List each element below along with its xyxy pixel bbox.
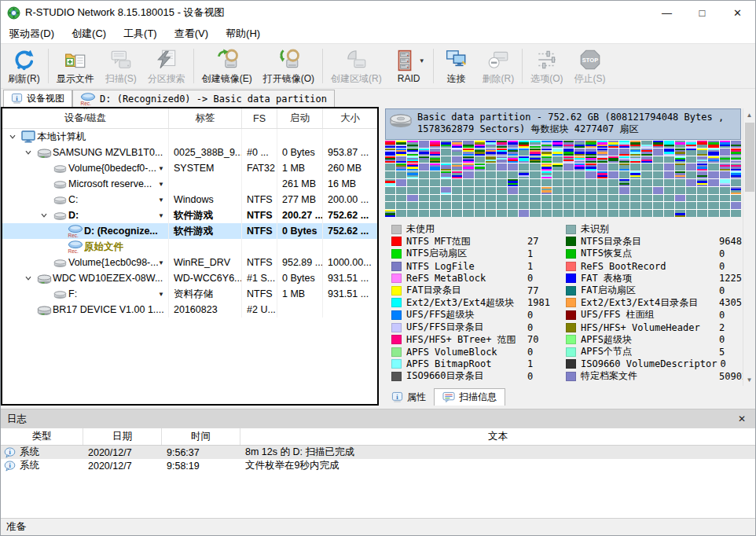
device-column-header-0[interactable]: ^设备/磁盘 [2, 108, 169, 128]
log-column-header-1[interactable]: 日期 [83, 428, 162, 445]
device-tree-row-9[interactable]: WDC WD10EZEX-08W...WD-WCC6Y6...#1 S...0 … [2, 270, 377, 286]
device-tree-row-10[interactable]: F:▼资料存储NTFS1 MB931.51 ... [2, 286, 377, 302]
blockmap-cell [574, 187, 585, 194]
blockmap-cell [597, 171, 607, 178]
tree-expander-icon[interactable] [21, 274, 35, 282]
log-column-header-0[interactable]: 类型 [1, 428, 83, 445]
blockmap-cell [597, 202, 607, 209]
device-size-cell: 931.51 ... [323, 286, 377, 302]
device-tree-row-2[interactable]: Volume{0bedecf0-...▼SYSTEMFAT321 MB260 M… [2, 160, 377, 176]
blockmap-cell [441, 187, 451, 194]
toolbar-button-connect[interactable]: 连接 [436, 44, 477, 88]
log-type-cell: i系统 [1, 446, 83, 459]
scan-panel-scrollbar[interactable]: ▲ ▼ [743, 108, 755, 386]
toolbar-button-show-files[interactable]: 显示文件 [51, 44, 100, 88]
blockmap-cell [452, 171, 462, 178]
toolbar-button-raid[interactable]: ▼RAID [387, 44, 431, 88]
tree-expander-icon[interactable] [21, 149, 35, 156]
blockmap-cell [597, 149, 607, 156]
blockmap-cell [697, 171, 707, 178]
toolbar-button-create-image[interactable]: 创建镜像(E) [196, 44, 258, 88]
scroll-down-icon[interactable]: ▼ [743, 373, 756, 386]
blockmap-cell [641, 179, 651, 186]
blockmap-cell [452, 202, 462, 209]
blockmap-cell [563, 156, 574, 163]
device-tree-row-8[interactable]: Volume{1ecb0c98-...▼WinRE_DRVNTFS952.89 … [2, 255, 377, 270]
row-dropdown-icon[interactable]: ▼ [158, 165, 164, 172]
view-tab-1[interactable]: Rec.D: (Recognized0) -> Basic data parti… [72, 90, 335, 107]
legend-swatch [391, 262, 402, 271]
scrollbar-thumb[interactable] [745, 123, 754, 192]
legend-item: ReFS MetaBlock0 [391, 272, 563, 285]
device-column-header-3[interactable]: 启动 [277, 108, 323, 128]
device-name: C: [68, 194, 79, 205]
blockmap-cell [396, 195, 406, 202]
blockmap-cell [407, 149, 417, 156]
close-button[interactable]: ✕ [720, 1, 755, 24]
menu-item-1[interactable]: 创建(C) [63, 24, 115, 43]
log-time-cell: 9:58:19 [162, 459, 240, 472]
blockmap-cell [731, 210, 741, 217]
menu-item-4[interactable]: 帮助(H) [217, 24, 269, 43]
tree-expander-icon[interactable] [37, 211, 51, 219]
menu-item-0[interactable]: 驱动器(D) [1, 24, 63, 43]
menu-item-2[interactable]: 工具(T) [115, 24, 166, 43]
device-tree-row-3[interactable]: Microsoft reserve...▼261 MB16 MB [2, 176, 377, 192]
device-tree-row-7[interactable]: Rec.原始文件 [2, 239, 377, 255]
scroll-up-icon[interactable]: ▲ [743, 108, 756, 121]
device-tree-row-11[interactable]: BR17 DEVICE V1.00 1....20160823#2 U... [2, 302, 377, 318]
log-row-1[interactable]: i系统2020/12/79:58:19文件枚举在9秒内完成 [1, 459, 755, 472]
device-label-cell [169, 239, 242, 255]
toolbar-separator [522, 49, 523, 83]
row-dropdown-icon[interactable]: ▼ [158, 291, 164, 298]
minimize-button[interactable]: — [649, 1, 684, 24]
rec-icon: Rec. [80, 93, 96, 105]
log-column-header-2[interactable]: 时间 [162, 428, 240, 445]
log-column-header-3[interactable]: 文本 [240, 428, 755, 445]
view-tab-0[interactable]: i设备视图 [3, 90, 72, 107]
device-tree-row-1[interactable]: SAMSUNG MZVLB1T0...0025_388B_9...#0 ...0… [2, 145, 377, 160]
blockmap-cell [508, 149, 518, 156]
device-fs-cell: #0 ... [242, 145, 277, 160]
log-type: 系统 [20, 446, 39, 459]
subtab-scan-info[interactable]: 扫描信息 [434, 388, 505, 406]
device-tree-row-6[interactable]: Rec.D: (Recognize...软件游戏NTFS0 Bytes752.6… [2, 223, 377, 239]
menu-item-3[interactable]: 查看(V) [166, 24, 217, 43]
row-dropdown-icon[interactable]: ▼ [158, 259, 164, 266]
toolbar-button-open-image[interactable]: 打开镜像(O) [258, 44, 320, 88]
device-fs-cell: #2 U... [242, 302, 277, 318]
raid-dropdown-icon[interactable]: ▼ [419, 57, 425, 64]
device-fs-cell: #1 S... [242, 270, 277, 286]
legend-label: UFS/FFS 柱面组 [581, 308, 716, 321]
maximize-button[interactable]: □ [684, 1, 720, 24]
device-column-header-1[interactable]: 标签 [169, 108, 242, 128]
device-tree-row-4[interactable]: C:▼WindowsNTFS277 MB200.00 ... [2, 192, 377, 207]
legend-label: APFS BitmapRoot [406, 358, 524, 369]
blockmap-cell [597, 210, 607, 217]
device-column-header-4[interactable]: 大小 [323, 108, 377, 128]
row-dropdown-icon[interactable]: ▼ [158, 181, 164, 188]
device-tree-row-5[interactable]: D:▼软件游戏NTFS200.27 ...752.62 ... [2, 207, 377, 223]
log-row-0[interactable]: i系统2020/12/79:56:378m 12s 的 D: 扫描已完成 [1, 446, 755, 459]
log-close-icon[interactable]: ✕ [735, 413, 749, 424]
device-start-cell: 277 MB [277, 192, 323, 207]
blockmap-cell [708, 210, 718, 217]
blockmap-cell [697, 141, 707, 148]
row-dropdown-icon[interactable]: ▼ [158, 212, 164, 219]
blockmap-cell [530, 141, 540, 148]
legend-count: 0 [527, 371, 533, 382]
row-dropdown-icon[interactable]: ▼ [158, 196, 164, 204]
blockmap-cell [708, 149, 718, 156]
blockmap-cell [708, 195, 718, 202]
device-tree-row-0[interactable]: 本地计算机 [2, 129, 377, 145]
tree-expander-icon[interactable] [6, 133, 20, 141]
subtab-properties[interactable]: i属性 [384, 388, 434, 406]
toolbar-button-refresh[interactable]: 刷新(R) [2, 44, 46, 88]
blockmap-cell [396, 187, 406, 194]
window-title: R-STUDIO Network 8.15.180015 - 设备视图 [25, 6, 225, 20]
blockmap-cell [497, 149, 507, 156]
device-column-header-2[interactable]: FS [242, 108, 277, 128]
scan-blockmap[interactable] [385, 141, 741, 217]
legend-item: APFS个节点5 [566, 346, 737, 358]
blockmap-cell [519, 210, 529, 217]
